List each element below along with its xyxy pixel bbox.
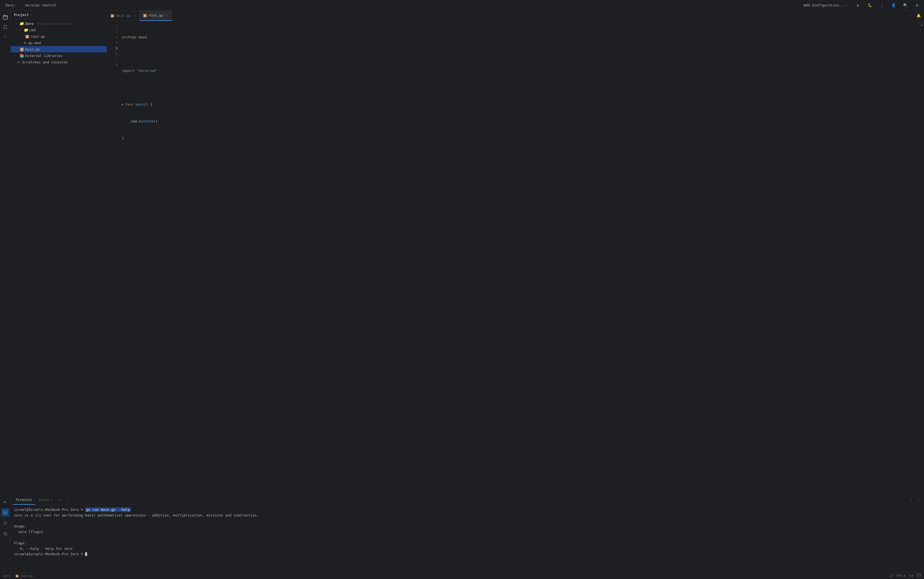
project-chevron: ▾ (15, 4, 16, 7)
more-actions-button[interactable]: ⋮ (878, 2, 885, 9)
tab-more-button[interactable]: ⋮ (908, 13, 914, 19)
debug-button[interactable]: 🐛 (866, 2, 874, 9)
terminal-icon[interactable] (1, 508, 10, 517)
settings-button[interactable]: ⚙ (913, 2, 921, 9)
terminal-more-button[interactable]: ⋮ (908, 497, 914, 503)
tree-item-go-mod[interactable]: › ≡ go.mod (11, 39, 107, 46)
file-tree-panel: Project ▾ ▾ 📁 Zero ~/GolandProjects/Zero… (11, 11, 107, 495)
line-num-6: 6 (107, 51, 118, 57)
bottom-tab-local-close[interactable]: ✕ (51, 498, 53, 502)
version-control-chevron: ▾ (57, 4, 59, 7)
bottom-tab-actions-right: ⋮ − (908, 497, 922, 503)
code-editor[interactable]: 1 2 3 4 5 6 7 8 package main import "Zer… (107, 21, 924, 495)
status-indent[interactable]: Tab (909, 574, 914, 578)
folder-icon-cmd: 📁 (23, 28, 28, 32)
problems-icon[interactable] (1, 519, 10, 527)
version-control-label: Version control (25, 3, 56, 7)
file-tree-header: Project ▾ (11, 11, 107, 19)
terminal-blank-2 (14, 535, 921, 540)
go-icon-root: 🐹 (25, 34, 29, 39)
project-menu[interactable]: Zero ▾ (3, 2, 18, 8)
code-line-5: ▶ func main() { (122, 101, 920, 107)
tree-label-zero: Zero ~/GolandProjects/Zero (25, 22, 73, 26)
line-num-4: 4 (107, 40, 118, 46)
line-num-8: 8 (107, 62, 118, 68)
breadcrumb-file-icon: 🐹 (15, 574, 19, 578)
titlebar: Zero ▾ Version control ▾ Add Configurati… (0, 0, 924, 11)
add-terminal-button[interactable]: + (56, 497, 62, 503)
tab-label-main-go: main.go (116, 14, 131, 18)
checkmark-icon: ✓ (920, 21, 924, 29)
status-layout-icon[interactable] (917, 574, 921, 578)
tab-label-root-go: root.go (149, 13, 164, 17)
sidebar-icon-structure[interactable] (1, 23, 10, 31)
line-numbers: 1 2 3 4 5 6 7 8 (107, 21, 120, 495)
project-label: Zero (5, 3, 14, 7)
code-line-4 (122, 85, 920, 90)
breadcrumb-project[interactable]: Zero (3, 574, 10, 578)
tree-item-root-go[interactable]: 🐹 root.go (11, 33, 107, 39)
svg-rect-15 (4, 534, 5, 535)
go-icon-main: 🐹 (19, 47, 24, 51)
run-configs-icon[interactable]: ▶ (1, 497, 10, 506)
code-line-7: } (122, 135, 920, 141)
tree-item-cmd[interactable]: ▾ 📁 cmd (11, 27, 107, 33)
terminal-output-2: Usage: (14, 524, 921, 529)
plugins-icon[interactable] (1, 530, 10, 538)
version-control-menu[interactable]: Version control ▾ (23, 2, 61, 8)
code-content[interactable]: package main import "Zero/cmd" ▶ func ma… (120, 21, 920, 495)
notifications-button[interactable]: 🔔 (916, 13, 922, 19)
breadcrumb-sep-1: › (12, 574, 14, 578)
line-num-2: 2 (107, 29, 118, 34)
bottom-panel-main: Terminal Local ✕ + ⌄ ⋮ − israel@Israels-… (11, 496, 924, 572)
status-encoding[interactable]: UTF-8 (896, 574, 905, 578)
line-num-3: 3 (107, 34, 118, 40)
terminal-output-4: Flags: (14, 540, 921, 546)
main-layout: ⋯ Project ▾ ▾ 📁 Zero ~/GolandProjects/Ze… (0, 11, 924, 495)
profile-button[interactable]: 👤 (890, 2, 897, 9)
sidebar-icon-more[interactable]: ⋯ (1, 32, 10, 41)
code-line-1: package main (122, 34, 920, 40)
terminal-content[interactable]: israel@Israels-MacBook-Pro Zero % go run… (11, 505, 924, 572)
chevron-go-mod: › (18, 41, 21, 44)
tree-item-main-go[interactable]: 🐹 main.go (11, 46, 107, 52)
breadcrumb-file[interactable]: main.go (21, 574, 33, 578)
terminal-cursor (85, 552, 87, 556)
go-tab-icon-root: 🐹 (143, 13, 147, 17)
search-button[interactable]: 🔍 (901, 2, 909, 9)
tab-close-main-go[interactable]: ✕ (132, 14, 136, 18)
line-num-5: 5 (107, 46, 118, 51)
tree-item-zero[interactable]: ▾ 📁 Zero ~/GolandProjects/Zero (11, 20, 107, 27)
terminal-prompt-line-2: israel@Israels-MacBook-Pro Zero % (14, 551, 921, 557)
tree-label-scratches: Scratches and Consoles (22, 60, 68, 64)
tree-label-root-go: root.go (31, 34, 45, 39)
scratch-icon: ≡ (16, 60, 21, 64)
tree-label-cmd: cmd (29, 28, 36, 32)
bottom-tab-terminal[interactable]: Terminal (13, 496, 35, 505)
run-button[interactable]: ▶ (854, 2, 862, 9)
tree-item-ext-libs[interactable]: › 📚 External Libraries (11, 52, 107, 59)
svg-rect-1 (4, 15, 5, 16)
sidebar-icon-project[interactable] (1, 13, 10, 21)
tab-close-root-go[interactable]: ✕ (165, 14, 169, 17)
terminal-dropdown-button[interactable]: ⌄ (64, 497, 70, 503)
tab-actions: ⋮ 🔔 (906, 13, 924, 19)
folder-icon-zero: 📁 (19, 21, 24, 26)
ext-lib-icon: 📚 (19, 54, 24, 58)
bottom-tab-local[interactable]: Local ✕ (36, 496, 56, 505)
tree-item-scratches[interactable]: ≡ Scratches and Consoles (11, 59, 107, 65)
svg-rect-13 (4, 532, 5, 533)
status-bar: Zero › 🐹 main.go LF UTF-8 Tab (0, 572, 924, 579)
add-configuration-button[interactable]: Add Configuration... ▾ (801, 2, 850, 8)
tree-label-ext-libs: External Libraries (25, 54, 63, 58)
chevron-ext-libs: › (15, 54, 18, 57)
svg-rect-17 (917, 574, 921, 577)
terminal-prompt-line-1: israel@Israels-MacBook-Pro Zero % go run… (14, 507, 921, 513)
tab-main-go[interactable]: 🐹 main.go ✕ (107, 11, 139, 21)
status-line-ending[interactable]: LF (890, 574, 893, 578)
sidebar-icons: ⋯ (0, 11, 11, 495)
tab-bar: 🐹 main.go ✕ 🐹 root.go ✕ ⋮ 🔔 (107, 11, 924, 21)
terminal-minimize-button[interactable]: − (916, 497, 922, 503)
tab-root-go[interactable]: 🐹 root.go ✕ (139, 11, 172, 21)
terminal-output-1: zero is a cli tool for performing basic … (14, 513, 921, 518)
